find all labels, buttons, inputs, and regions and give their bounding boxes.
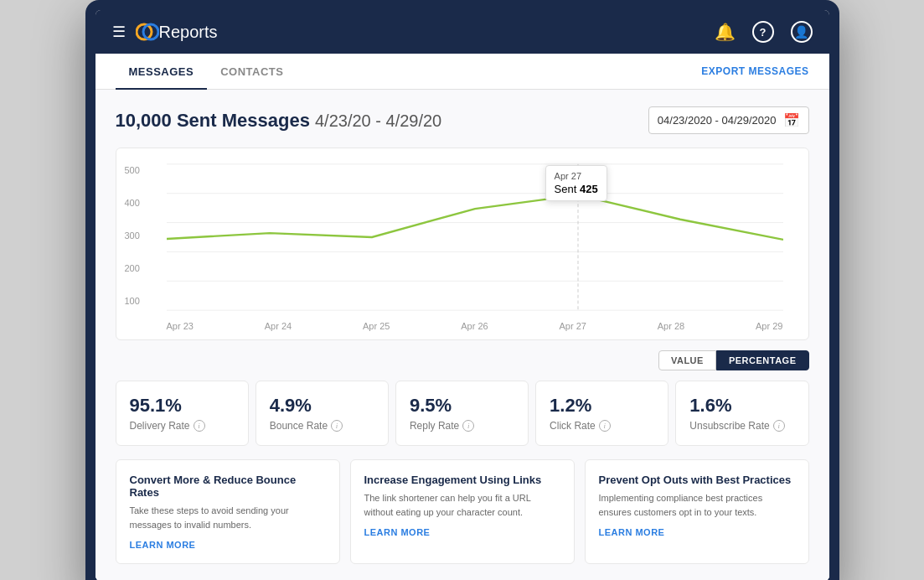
hamburger-menu-button[interactable]: ☰: [112, 23, 126, 41]
chart-x-axis: Apr 23 Apr 24 Apr 25 Apr 26 Apr 27 Apr 2…: [167, 316, 783, 331]
delivery-rate-info-icon[interactable]: i: [194, 420, 205, 432]
bounce-rate-info-icon[interactable]: i: [331, 420, 343, 432]
tip-card-optout: Prevent Opt Outs with Best Practices Imp…: [585, 459, 809, 564]
x-label-apr28: Apr 28: [658, 321, 684, 331]
line-chart: [167, 162, 783, 313]
tab-contacts[interactable]: CONTACTS: [207, 54, 297, 90]
y-label-500: 500: [125, 165, 140, 175]
delivery-rate-label: Delivery Rate i: [130, 420, 235, 432]
tip-links-learn-more[interactable]: LEARN MORE: [364, 527, 560, 537]
stat-card-bounce: 4.9% Bounce Rate i: [256, 381, 389, 446]
top-navigation: ☰ Reports 🔔 ? 👤: [95, 10, 829, 54]
stat-card-reply: 9.5% Reply Rate i: [395, 381, 529, 446]
calendar-icon: 📅: [783, 112, 800, 128]
app-title: Reports: [159, 23, 715, 42]
export-messages-button[interactable]: EXPORT MESSAGES: [701, 54, 808, 89]
stats-row: 95.1% Delivery Rate i 4.9% Bounce Rate i: [116, 381, 809, 446]
unsubscribe-rate-value: 1.6%: [689, 395, 794, 417]
click-rate-value: 1.2%: [550, 395, 654, 417]
title-row: 10,000 Sent Messages 4/23/20 - 4/29/20 0…: [116, 106, 809, 134]
x-label-apr25: Apr 25: [363, 321, 390, 331]
date-picker-value: 04/23/2020 - 04/29/2020: [658, 114, 777, 127]
toggle-row: VALUE PERCENTAGE: [116, 350, 809, 370]
tip-optout-learn-more[interactable]: LEARN MORE: [599, 527, 795, 537]
tip-card-links: Increase Engagement Using Links The link…: [350, 459, 575, 564]
chart-svg-wrapper: [167, 162, 783, 316]
chart-y-axis: 500 400 300 200 100: [125, 165, 140, 306]
tips-row: Convert More & Reduce Bounce Rates Take …: [116, 459, 809, 564]
page-title: 10,000 Sent Messages 4/23/20 - 4/29/20: [116, 110, 442, 132]
y-label-100: 100: [125, 296, 140, 306]
delivery-rate-value: 95.1%: [130, 395, 235, 417]
tip-optout-desc: Implementing compliance best practices e…: [599, 491, 795, 519]
notifications-icon[interactable]: 🔔: [715, 23, 736, 40]
unsubscribe-rate-label: Unsubscribe Rate i: [689, 420, 794, 432]
date-picker[interactable]: 04/23/2020 - 04/29/2020 📅: [648, 106, 809, 134]
chart-container: 500 400 300 200 100 Apr 27 Sent 425: [116, 148, 809, 340]
click-rate-info-icon[interactable]: i: [599, 420, 611, 432]
bounce-rate-label: Bounce Rate i: [270, 420, 374, 432]
tip-optout-title: Prevent Opt Outs with Best Practices: [599, 474, 795, 486]
stat-card-delivery: 95.1% Delivery Rate i: [116, 381, 249, 446]
y-label-400: 400: [125, 198, 140, 208]
reply-rate-label: Reply Rate i: [410, 420, 514, 432]
tip-card-bounce: Convert More & Reduce Bounce Rates Take …: [116, 459, 340, 564]
stat-card-click: 1.2% Click Rate i: [535, 381, 668, 446]
main-content: 10,000 Sent Messages 4/23/20 - 4/29/20 0…: [95, 90, 829, 580]
x-label-apr27: Apr 27: [560, 321, 586, 331]
x-label-apr24: Apr 24: [265, 321, 292, 331]
date-range-text: 4/23/20 - 4/29/20: [315, 111, 441, 130]
y-label-300: 300: [125, 230, 140, 241]
click-rate-label: Click Rate i: [550, 420, 654, 432]
y-label-200: 200: [125, 263, 140, 273]
tip-links-title: Increase Engagement Using Links: [364, 474, 560, 486]
x-label-apr26: Apr 26: [461, 321, 488, 331]
tip-bounce-title: Convert More & Reduce Bounce Rates: [130, 474, 326, 499]
tip-bounce-desc: Take these steps to avoid sending your m…: [130, 504, 326, 531]
stat-card-unsubscribe: 1.6% Unsubscribe Rate i: [675, 381, 808, 446]
bounce-rate-value: 4.9%: [270, 395, 374, 417]
x-label-apr23: Apr 23: [167, 321, 194, 331]
tip-bounce-learn-more[interactable]: LEARN MORE: [130, 540, 326, 550]
help-icon[interactable]: ?: [752, 21, 774, 43]
profile-icon[interactable]: 👤: [791, 21, 813, 43]
content-area: MESSAGES CONTACTS EXPORT MESSAGES 10,000…: [95, 54, 829, 580]
reply-rate-info-icon[interactable]: i: [462, 420, 474, 432]
nav-icon-group: 🔔 ? 👤: [715, 21, 813, 43]
tab-messages[interactable]: MESSAGES: [116, 54, 208, 90]
app-logo: [136, 20, 159, 44]
reply-rate-value: 9.5%: [410, 395, 514, 417]
tabs-bar: MESSAGES CONTACTS EXPORT MESSAGES: [95, 54, 829, 90]
percentage-toggle-button[interactable]: PERCENTAGE: [716, 350, 809, 370]
x-label-apr29: Apr 29: [756, 321, 782, 331]
unsubscribe-rate-info-icon[interactable]: i: [773, 420, 785, 432]
value-toggle-button[interactable]: VALUE: [658, 350, 716, 370]
tip-links-desc: The link shortener can help you fit a UR…: [364, 491, 560, 519]
